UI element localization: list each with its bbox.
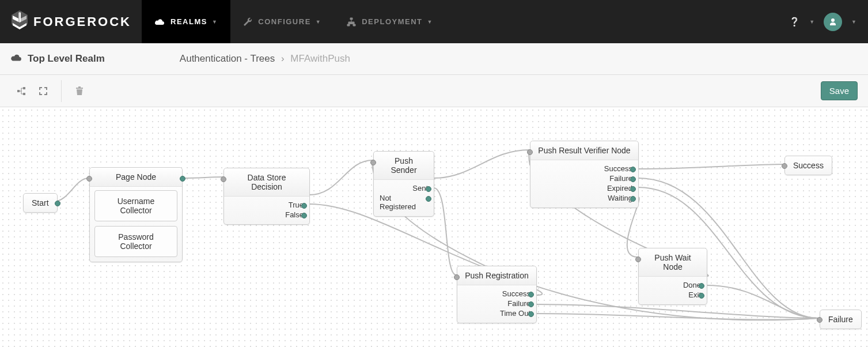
toolbar: Save [0,75,868,107]
fullscreen-button[interactable] [32,80,54,102]
crumb-current: MFAwithPush [290,53,350,64]
sub-bar: Top Level Realm Authentication - Trees ›… [0,43,868,75]
node-push-sender[interactable]: Push Sender Sent Not Registered [373,151,434,217]
node-title: Page Node [90,168,182,187]
svg-rect-3 [17,90,20,92]
node-failure[interactable]: Failure [820,310,862,329]
svg-rect-5 [23,93,25,95]
node-push-result-verifier[interactable]: Push Result Verifier Node Success Failur… [530,141,639,208]
subnode-username-collector[interactable]: Username Collector [94,190,177,221]
port-out[interactable] [630,167,636,172]
outcome-not-registered: Not Registered [380,193,428,212]
port-out[interactable] [699,293,704,299]
sitemap-icon [347,17,356,27]
user-avatar[interactable] [824,13,842,31]
caret-down-icon[interactable]: ▼ [851,19,856,25]
svg-rect-1 [347,24,350,26]
port-in[interactable] [782,163,787,169]
port-out[interactable] [528,301,534,307]
port-out[interactable] [630,186,636,192]
caret-down-icon: ▼ [427,19,433,25]
node-success[interactable]: Success [784,156,832,175]
subnode-password-collector[interactable]: Password Collector [94,226,177,257]
svg-rect-0 [350,18,352,20]
node-start[interactable]: Start [23,193,58,213]
node-title: Push Wait Node [639,248,707,277]
svg-rect-2 [353,24,355,26]
tree-canvas[interactable]: Start Page Node Username Collector Passw… [0,107,868,347]
node-push-wait[interactable]: Push Wait Node Done Exit [638,248,707,305]
node-title: Push Sender [374,152,434,180]
port-out[interactable] [426,196,431,202]
port-out[interactable] [180,176,185,182]
outcome-false: False [230,210,304,220]
brand-logo[interactable]: FORGEROCK [0,0,142,43]
port-out[interactable] [301,213,307,218]
node-data-store-decision[interactable]: Data Store Decision True False [223,168,310,225]
outcome-failure: Failure [536,173,632,183]
realm-title[interactable]: Top Level Realm [28,53,105,65]
port-out[interactable] [426,186,431,192]
port-out[interactable] [528,292,534,297]
delete-button[interactable] [69,80,90,102]
port-in[interactable] [370,160,376,165]
port-out[interactable] [528,311,534,317]
port-out[interactable] [630,176,636,182]
caret-down-icon: ▼ [316,19,321,25]
node-title: Push Registration [457,266,536,285]
wrench-icon [243,17,252,27]
cloud-icon [10,53,22,65]
nav-right: ❔ ▼ ▼ [789,13,868,31]
outcome-expired: Expired [536,183,632,193]
node-push-registration[interactable]: Push Registration Success Failure Time O… [457,266,537,323]
help-icon[interactable]: ❔ [789,17,800,27]
port-in[interactable] [527,149,533,155]
auto-layout-button[interactable] [10,80,32,102]
port-in[interactable] [817,317,822,323]
node-title: Data Store Decision [224,168,309,197]
port-out[interactable] [630,196,636,202]
port-in[interactable] [221,176,226,182]
port-out[interactable] [55,201,60,206]
port-out[interactable] [301,203,307,209]
port-in[interactable] [86,176,92,182]
svg-rect-4 [23,87,25,89]
node-label: Failure [828,315,853,324]
nav-realms-label: REALMS [170,17,207,26]
node-label: Start [32,198,49,208]
outcome-success: Success [463,289,530,299]
outcome-done: Done [645,280,701,290]
outcome-true: True [230,200,304,210]
caret-down-icon: ▼ [212,19,218,25]
outcome-success: Success [536,164,632,173]
nav-deployment[interactable]: DEPLOYMENT ▼ [334,0,446,43]
outcome-waiting: Waiting [536,193,632,203]
nav-configure[interactable]: CONFIGURE ▼ [230,0,334,43]
nav-deployment-label: DEPLOYMENT [362,17,422,26]
cloud-icon [154,18,165,26]
port-out[interactable] [699,283,704,289]
chevron-right-icon: › [281,53,285,64]
outcome-exit: Exit [645,290,701,300]
nav-realms[interactable]: REALMS ▼ [142,0,230,43]
divider [61,80,62,102]
forgerock-icon [10,10,29,33]
outcome-sent: Sent [380,183,428,193]
outcome-timeout: Time Out [463,308,530,318]
outcome-failure: Failure [463,299,530,308]
port-in[interactable] [454,274,460,280]
top-nav: FORGEROCK REALMS ▼ CONFIGURE ▼ DEPLOYMEN… [0,0,868,43]
node-label: Success [793,161,824,170]
node-page[interactable]: Page Node Username Collector Password Co… [89,167,183,262]
node-title: Push Result Verifier Node [530,141,638,160]
brand-text: FORGEROCK [33,14,131,29]
port-in[interactable] [635,257,641,262]
save-button[interactable]: Save [821,81,858,100]
caret-down-icon[interactable]: ▼ [809,19,814,25]
breadcrumb: Authentication - Trees › MFAwithPush [180,53,350,65]
nav-configure-label: CONFIGURE [258,17,311,26]
crumb-parent[interactable]: Authentication - Trees [180,53,275,64]
user-icon [828,17,837,27]
